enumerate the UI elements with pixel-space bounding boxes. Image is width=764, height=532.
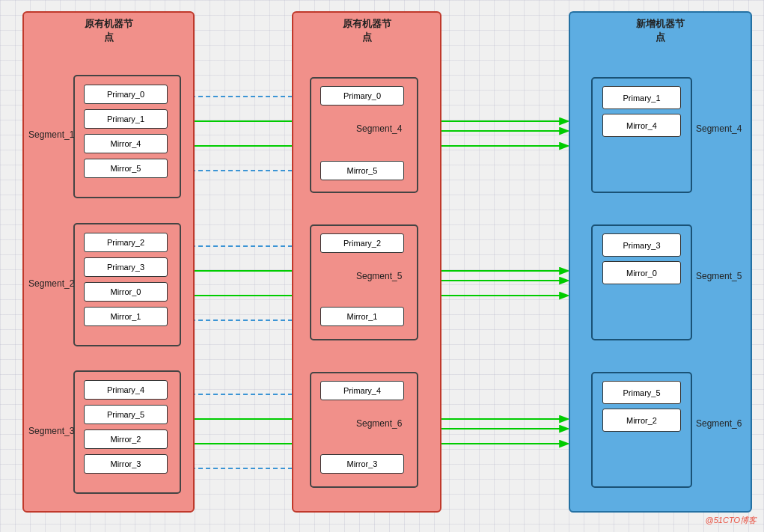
diagram-canvas: 原有机器节点 原有机器节点 新增机器节点 Segment_1 Primary_0… <box>0 0 764 532</box>
shard-primary3-right: Primary_3 <box>602 233 681 257</box>
segment-5-right-label: Segment_5 <box>696 271 742 281</box>
shard-primary0-left: Primary_0 <box>84 85 168 104</box>
shard-primary4-left: Primary_4 <box>84 380 168 400</box>
shard-primary1-left: Primary_1 <box>84 109 168 129</box>
shard-primary0-mid: Primary_0 <box>320 86 404 106</box>
shard-mirror5-left: Mirror_5 <box>84 159 168 178</box>
node-right-title: 新增机器节点 <box>570 13 751 47</box>
shard-primary1-right: Primary_1 <box>602 86 681 109</box>
segment-5-mid-label: Segment_5 <box>356 271 402 281</box>
shard-mirror0-right: Mirror_0 <box>602 261 681 284</box>
segment-6-mid-label: Segment_6 <box>356 418 402 429</box>
node-middle-title: 原有机器节点 <box>293 13 440 47</box>
shard-mirror4-right: Mirror_4 <box>602 114 681 137</box>
shard-mirror5-mid: Mirror_5 <box>320 161 404 180</box>
shard-mirror3-mid: Mirror_3 <box>320 454 404 474</box>
shard-primary4-mid: Primary_4 <box>320 381 404 400</box>
shard-primary3-left: Primary_3 <box>84 257 168 277</box>
segment-3-left-label: Segment_3 <box>28 426 74 436</box>
shard-mirror3-left: Mirror_3 <box>84 454 168 474</box>
shard-primary5-right: Primary_5 <box>602 381 681 404</box>
shard-primary2-mid: Primary_2 <box>320 233 404 253</box>
segment-6-right-label: Segment_6 <box>696 418 742 429</box>
segment-4-right-label: Segment_4 <box>696 123 742 134</box>
shard-mirror1-left: Mirror_1 <box>84 307 168 326</box>
shard-mirror4-left: Mirror_4 <box>84 134 168 153</box>
watermark: @51CTO博客 <box>706 515 757 526</box>
shard-primary5-left: Primary_5 <box>84 405 168 424</box>
shard-mirror2-right: Mirror_2 <box>602 409 681 432</box>
segment-2-left-label: Segment_2 <box>28 278 74 289</box>
shard-primary2-left: Primary_2 <box>84 233 168 252</box>
segment-1-left-label: Segment_1 <box>28 129 74 140</box>
shard-mirror0-left: Mirror_0 <box>84 282 168 302</box>
node-left-title: 原有机器节点 <box>24 13 193 47</box>
shard-mirror1-mid: Mirror_1 <box>320 307 404 326</box>
segment-4-mid-label: Segment_4 <box>356 123 402 134</box>
shard-mirror2-left: Mirror_2 <box>84 429 168 449</box>
